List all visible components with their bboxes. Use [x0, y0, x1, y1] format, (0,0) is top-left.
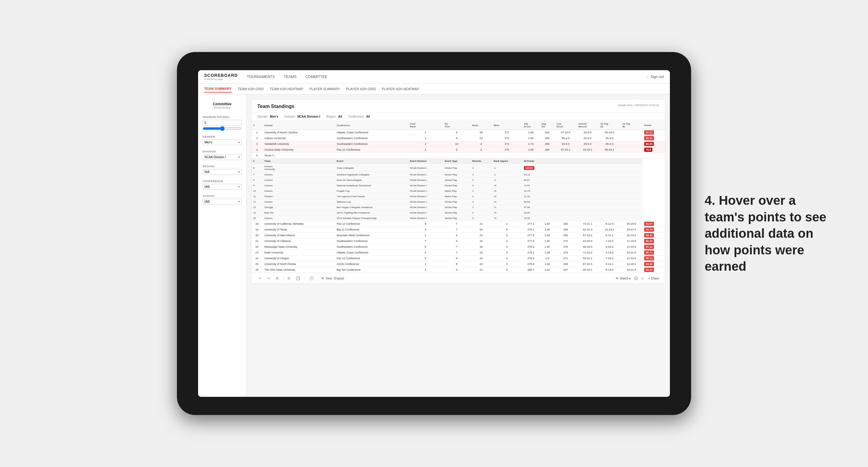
expand-row: 12 Univers Williams Cup NCAA Division I …: [251, 199, 665, 205]
cell-conference: Southeastern Conference: [335, 135, 408, 141]
col-vs25: Vs Top25: [598, 121, 620, 130]
conference-label: Conference: [203, 180, 242, 183]
expand-col-impact: Rank Impact: [492, 158, 522, 164]
exp-num: 13: [251, 205, 262, 210]
cell-low-score: 86-4-0: [555, 135, 577, 141]
exp-event: OFCC Fighting Illini Invitational: [335, 210, 408, 216]
filter-region: Region: All: [326, 115, 342, 118]
region-select[interactable]: N/A: [203, 169, 242, 175]
exp-event: Cabo Collegiate: [335, 164, 408, 172]
expand-col-rounds: Rounds: [471, 158, 492, 164]
nav-committee[interactable]: COMMITTEE: [306, 73, 327, 81]
watch-chevron: ▾: [629, 277, 630, 280]
cell-points[interactable]: 79.5: [642, 147, 665, 153]
cell-wins: [492, 153, 522, 158]
tablet-device: SCOREBOARD Powered by clippi TOURNAMENTS…: [177, 52, 691, 415]
watch-label: Watch: [620, 277, 628, 280]
undo-icon[interactable]: ↩: [257, 276, 263, 281]
gender-section: Gender Men's: [203, 135, 242, 145]
cell-points[interactable]: [642, 153, 665, 158]
exp-division: NCAA Division I: [408, 183, 443, 188]
settings-icon[interactable]: ⚙: [274, 276, 280, 281]
min-rounds-slider[interactable]: [203, 127, 242, 130]
sign-out-button[interactable]: Sign out: [651, 75, 664, 79]
cell-adj-score: 2.73: [522, 141, 539, 147]
cell-vs25: 45-5-0: [598, 141, 620, 147]
tab-player-summary[interactable]: PLAYER SUMMARY: [309, 86, 340, 92]
tab-team-summary[interactable]: TEAM SUMMARY: [204, 85, 232, 93]
tab-team-h2h-grid[interactable]: TEAM H2H GRID: [238, 86, 264, 92]
cell-avg-sg: 262: [539, 130, 555, 135]
table-row: 24 University of Oregon Pac-12 Conferenc…: [251, 256, 665, 261]
redo-icon[interactable]: ↪: [266, 276, 271, 281]
cell-low-score: 67-10-0: [555, 130, 577, 135]
filter-conference-value: All: [366, 115, 370, 118]
exp-team: Univers: [262, 183, 335, 188]
main-nav: TOURNAMENTS TEAMS COMMITTEE: [247, 73, 647, 81]
cell-conference: Southeastern Conference: [335, 141, 408, 147]
cell-overall: [577, 153, 598, 158]
exp-impact: +0: [492, 216, 522, 221]
col-wins: Wins: [492, 121, 522, 130]
clock-icon[interactable]: 🕐: [308, 276, 315, 281]
exp-division: NCAA Division I: [408, 210, 443, 216]
exp-team: Univers: [262, 199, 335, 205]
cell-rank: 3: [251, 141, 262, 147]
table-row: 1 University of North Carolina Atlantic …: [251, 130, 665, 135]
cell-vs25: 58-24-1: [598, 147, 620, 153]
paste-icon[interactable]: 📋: [294, 276, 302, 281]
exp-type: Stroke Play: [443, 205, 470, 210]
exp-division: NCAA Division I: [408, 178, 443, 183]
school-section: School (All): [203, 194, 242, 205]
expand-col-event: Event: [335, 158, 408, 164]
exp-event: Amer Ari Intercollegiate: [335, 178, 408, 183]
nav-teams[interactable]: TEAMS: [284, 73, 297, 81]
nav-tournaments[interactable]: TOURNAMENTS: [247, 73, 275, 81]
expand-row: 9 Univers National Invitational Tourname…: [251, 183, 665, 188]
division-select[interactable]: NCAA Division I: [203, 154, 242, 160]
watch-button[interactable]: 👁 Watch ▾: [616, 277, 630, 280]
content-area: Team Standings Update time: 13/03/2024 1…: [247, 94, 670, 397]
cell-avg-sg: 265: [539, 147, 555, 153]
gender-select[interactable]: Men's: [203, 139, 242, 145]
cell-points[interactable]: 97.02: [642, 130, 665, 135]
logo-sub: Powered by clippi: [204, 78, 238, 81]
committee-portal: Committee Portal Review: [203, 100, 242, 111]
cell-points[interactable]: 93.31: [642, 135, 665, 141]
exp-impact: -1: [492, 164, 522, 172]
filter-gender-label: Gender:: [257, 115, 268, 118]
exp-points: 78.30: [522, 216, 642, 221]
tab-player-h2h-grid[interactable]: PLAYER H2H GRID: [346, 86, 376, 92]
exp-type: Stroke Play: [443, 183, 470, 188]
table-row: 4 Arizona State University Pac-12 Confer…: [251, 147, 665, 153]
cell-wins: 272: [492, 135, 522, 141]
expand-col-team: Team: [262, 158, 335, 164]
cell-vs50: [620, 141, 642, 147]
copy-icon[interactable]: ⧉: [286, 276, 291, 281]
cell-points[interactable]: 90.20: [642, 141, 665, 147]
sidebar: Committee Portal Review Minimum Rounds G…: [198, 94, 247, 397]
cell-no-tour: 5: [443, 147, 470, 153]
exp-rounds: 3: [471, 199, 492, 205]
expand-button[interactable]: ⤢: [642, 277, 644, 280]
exp-team: UniversUniversity: [262, 164, 335, 172]
conference-select[interactable]: (All): [203, 184, 242, 190]
cell-points[interactable]: 89.07: [642, 221, 665, 227]
cell-vs25: 35-4-0: [598, 135, 620, 141]
exp-team: East Tee: [262, 210, 335, 216]
tab-team-h2h-heatmap[interactable]: TEAM H2H HEATMAP: [270, 86, 303, 92]
cell-school: Auburn University: [262, 135, 335, 141]
update-time: Update time: 13/03/2024 10:03:42: [618, 104, 659, 107]
school-select[interactable]: (All): [203, 199, 242, 205]
col-vs50: Vs Top50: [620, 121, 642, 130]
comment-button[interactable]: 💬: [634, 277, 638, 280]
min-rounds-input[interactable]: [203, 120, 242, 126]
exp-num: 6: [251, 164, 262, 172]
cell-school: Texas T...: [262, 153, 335, 158]
toolbar-divider: [283, 276, 283, 281]
cell-conference: Pac-12 Conference: [335, 221, 408, 227]
view-selector[interactable]: 👁 View: Original: [321, 277, 344, 280]
exp-points: 43.65: [522, 210, 642, 216]
tab-player-h2h-heatmap[interactable]: PLAYER H2H HEATMAP: [382, 86, 419, 92]
share-button[interactable]: ↗ Share: [648, 277, 659, 280]
